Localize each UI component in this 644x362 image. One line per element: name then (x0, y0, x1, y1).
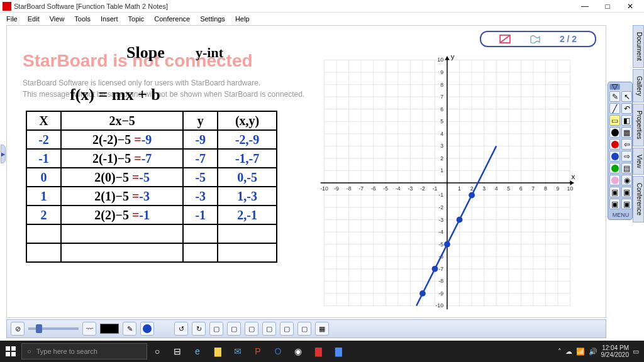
menu-tools[interactable]: Tools (70, 14, 94, 24)
svg-text:-1: -1 (433, 185, 438, 192)
svg-text:4: 4 (440, 131, 443, 137)
palette-handle[interactable]: ▽ (609, 84, 620, 90)
table-row (26, 224, 277, 243)
svg-text:3: 3 (440, 143, 443, 149)
next-button[interactable]: ⇨ (621, 151, 632, 162)
app-mail-icon[interactable]: ✉ (230, 344, 245, 359)
svg-text:7: 7 (440, 94, 443, 100)
titlebar: StarBoard Software [Function Table Math … (0, 0, 644, 13)
tool-c[interactable]: ▢ (245, 322, 258, 336)
dot-blue[interactable] (140, 322, 154, 336)
svg-text:-9: -9 (438, 290, 443, 297)
no-fill-icon (499, 35, 511, 43)
tray-wifi-icon[interactable]: 📶 (576, 348, 585, 356)
palette-menu-label[interactable]: MENU (609, 211, 632, 218)
svg-text:-2: -2 (438, 204, 443, 211)
app-chrome-icon[interactable]: ◉ (291, 344, 306, 359)
taskbar-search[interactable]: ○ Type here to search (21, 343, 147, 359)
menu-conference[interactable]: Conference (150, 14, 194, 24)
notifications-icon[interactable]: ▭ (633, 348, 639, 356)
tray-cloud-icon[interactable]: ☁ (565, 348, 572, 356)
tray-up-icon[interactable]: ˄ (558, 348, 562, 356)
stack-tool-1[interactable]: ▣ (609, 187, 620, 197)
color-green[interactable] (609, 163, 620, 173)
tab-conference[interactable]: Conference (633, 176, 644, 222)
svg-text:-6: -6 (371, 185, 376, 192)
menu-insert[interactable]: Insert (97, 14, 122, 24)
stack-tool-3[interactable]: ▣ (609, 199, 620, 209)
color-red[interactable] (609, 139, 620, 150)
app-zoom-icon[interactable]: ▇ (331, 344, 346, 359)
svg-text:-7: -7 (358, 185, 364, 192)
undo-button[interactable]: ↶ (621, 103, 632, 114)
menu-edit[interactable]: Edit (24, 14, 43, 24)
expand-handle[interactable]: ▶ (1, 145, 6, 163)
stack-tool-4[interactable]: ▣ (621, 199, 632, 209)
menu-settings[interactable]: Settings (196, 14, 229, 24)
tool-a[interactable]: ▢ (209, 322, 223, 336)
tray-volume-icon[interactable]: 🔊 (589, 348, 597, 356)
tool-f[interactable]: ▢ (297, 322, 311, 336)
svg-text:7: 7 (531, 185, 535, 192)
minimize-button[interactable]: — (574, 1, 596, 12)
menu-help[interactable]: Help (231, 14, 253, 24)
grid-tool[interactable]: ▦ (621, 127, 632, 138)
tab-view[interactable]: View (633, 148, 644, 175)
thickness-slider[interactable] (28, 327, 79, 330)
annotation-function: f(x) = mx + b (70, 85, 160, 104)
svg-text:9: 9 (556, 185, 559, 192)
color-swatch[interactable] (100, 324, 119, 334)
tool-b[interactable]: ▢ (227, 322, 241, 336)
app-edge-icon[interactable]: e (190, 344, 205, 359)
close-button[interactable]: ✕ (619, 1, 641, 12)
tool-d[interactable]: ▢ (262, 322, 276, 336)
misc-tool[interactable]: ◉ (621, 175, 632, 185)
page-tool[interactable]: ▤ (621, 163, 632, 173)
system-tray[interactable]: ˄ ☁ 📶 🔊 12:04 PM 9/24/2020 ▭ (558, 344, 645, 358)
svg-text:1: 1 (440, 167, 443, 173)
page-indicator[interactable]: 2 / 2 (480, 31, 596, 47)
canvas-workspace[interactable]: 2 / 2 StarBoard is not connected StarBoa… (6, 25, 606, 318)
tool-noentry[interactable]: ⊘ (11, 322, 25, 336)
taskview-icon[interactable]: ⊟ (170, 344, 185, 359)
tool-brush[interactable]: 〰 (82, 322, 96, 336)
stack-tool-2[interactable]: ▣ (621, 187, 632, 197)
app-outlook-icon[interactable]: O (270, 344, 286, 359)
menubar: File Edit View Tools Insert Topic Confer… (0, 13, 644, 25)
menu-file[interactable]: File (3, 14, 21, 24)
color-black[interactable] (609, 127, 620, 138)
svg-text:10: 10 (567, 185, 574, 192)
svg-text:-1: -1 (438, 192, 443, 198)
tab-document[interactable]: Document (633, 25, 644, 68)
pen-tool[interactable]: ✎ (609, 91, 620, 102)
tab-properties[interactable]: Properties (633, 104, 644, 146)
pen-red-icon[interactable]: ✎ (123, 322, 136, 336)
cursor-tool[interactable]: ↖ (621, 91, 632, 102)
app-explorer-icon[interactable]: ▇ (210, 344, 225, 359)
prev-button[interactable]: ⇦ (621, 139, 632, 150)
app-ppt-icon[interactable]: P (250, 344, 265, 359)
svg-text:-3: -3 (438, 217, 443, 223)
menu-topic[interactable]: Topic (125, 14, 148, 24)
table-row: -22(-2)−5 =-9-9-2,-9 (26, 130, 277, 149)
highlighter-tool[interactable]: ▭ (609, 115, 620, 126)
cortana-icon[interactable]: ○ (150, 344, 165, 359)
table-row (26, 243, 277, 262)
app-starboard-icon[interactable]: ▇ (311, 344, 326, 359)
line-tool[interactable]: ╱ (609, 103, 620, 114)
tool-palette: ▽ ✎ ↖ ╱ ↶ ▭ ◧ ▦ ⇦ ⇨ ▤ ◉ ▣ ▣ ▣ ▣ MENU (608, 82, 633, 220)
tab-gallery[interactable]: Gallery (633, 69, 644, 103)
color-blue[interactable] (609, 151, 620, 162)
tool-g[interactable]: ▦ (315, 322, 329, 336)
page-count: 2 / 2 (560, 34, 577, 44)
start-button[interactable] (0, 341, 21, 362)
color-pink[interactable] (609, 175, 620, 185)
eraser-tool[interactable]: ◧ (621, 115, 632, 126)
menu-view[interactable]: View (46, 14, 69, 24)
tool-e[interactable]: ▢ (280, 322, 294, 336)
nav-fwd[interactable]: ↻ (192, 322, 206, 336)
taskbar-clock[interactable]: 12:04 PM 9/24/2020 (601, 344, 630, 358)
nav-back[interactable]: ↺ (174, 322, 188, 336)
svg-text:8: 8 (544, 185, 547, 192)
maximize-button[interactable]: □ (596, 1, 619, 12)
